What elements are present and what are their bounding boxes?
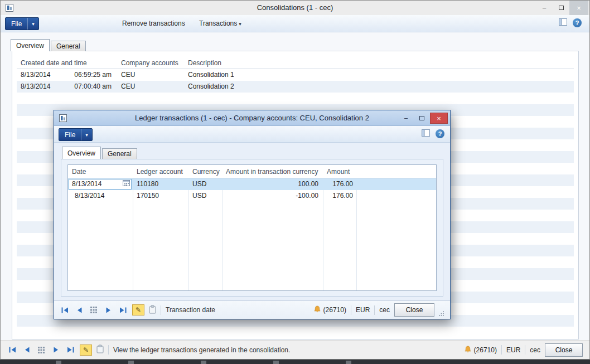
column-header-description[interactable]: Description xyxy=(184,57,320,69)
taskbar-app-icon[interactable] xyxy=(273,361,279,364)
table-row-selected[interactable]: 8/13/2014 110180 USD 100.00 176.00 xyxy=(68,178,436,190)
window-title: Consolidations (1 - cec) xyxy=(1,3,589,12)
close-button[interactable]: Close xyxy=(545,343,583,357)
screen: Consolidations (1 - cec) − × File ▾ Remo… xyxy=(0,0,590,364)
grid-view-icon[interactable] xyxy=(89,305,99,315)
edit-pencil-icon[interactable]: ✎ xyxy=(132,304,144,316)
previous-record-icon[interactable] xyxy=(22,345,32,355)
child-tabstrip: Overview General xyxy=(62,147,138,159)
date-cell[interactable]: 8/13/2014 xyxy=(69,179,132,190)
ledger-transactions-window: Ledger transactions (1 - cec) - Company … xyxy=(54,110,451,319)
file-menu-label: File xyxy=(6,20,27,28)
column-header-amount-tc[interactable]: Amount in transaction currency xyxy=(222,165,323,178)
bell-icon xyxy=(464,346,472,355)
next-record-icon[interactable] xyxy=(103,305,113,315)
taskbar-app-icon[interactable] xyxy=(201,361,206,364)
tab-general[interactable]: General xyxy=(102,148,137,159)
file-menu-button[interactable]: File ▾ xyxy=(5,17,39,30)
tab-general[interactable]: General xyxy=(51,41,86,51)
minimize-icon[interactable]: − xyxy=(536,1,553,15)
clipboard-icon[interactable] xyxy=(149,305,156,316)
status-currency[interactable]: EUR xyxy=(356,306,370,314)
notification-badge[interactable]: (26710) xyxy=(313,305,346,314)
first-record-icon[interactable] xyxy=(60,305,70,315)
column-header-currency[interactable]: Currency xyxy=(188,165,222,178)
main-tabstrip: Overview General xyxy=(11,39,87,51)
child-titlebar[interactable]: Ledger transactions (1 - cec) - Company … xyxy=(54,110,450,126)
status-field-label: Transaction date xyxy=(166,306,215,314)
file-menu-label: File xyxy=(59,131,81,139)
main-titlebar[interactable]: Consolidations (1 - cec) − × xyxy=(1,1,589,15)
taskbar-app-icon[interactable] xyxy=(56,361,61,364)
help-icon[interactable]: ? xyxy=(573,18,582,27)
maximize-icon[interactable] xyxy=(553,1,569,15)
previous-record-icon[interactable] xyxy=(74,305,84,315)
clipboard-icon[interactable] xyxy=(96,344,104,355)
layout-panes-icon[interactable] xyxy=(422,129,430,138)
grid-view-icon[interactable] xyxy=(36,345,46,355)
dropdown-caret-icon: ▾ xyxy=(81,132,92,138)
status-currency[interactable]: EUR xyxy=(506,346,520,354)
menu-item-transactions[interactable]: Transactions▾ xyxy=(195,17,246,30)
main-menubar: File ▾ Remove transactions Transactions▾… xyxy=(1,15,589,32)
grid-rows: 8/13/2014 110180 USD 100.00 176.00 8/13/… xyxy=(68,178,436,290)
status-company[interactable]: cec xyxy=(530,346,540,354)
maximize-icon[interactable] xyxy=(414,113,429,124)
dropdown-caret-icon: ▾ xyxy=(239,21,241,27)
tab-overview[interactable]: Overview xyxy=(62,147,101,159)
window-title: Ledger transactions (1 - cec) - Company … xyxy=(54,114,450,122)
file-menu-button[interactable]: File ▾ xyxy=(59,128,93,141)
last-record-icon[interactable] xyxy=(65,345,75,355)
close-icon[interactable]: × xyxy=(569,1,588,15)
column-header-amount[interactable]: Amount xyxy=(323,165,356,178)
main-statusbar: ✎ View the ledger transactions generated… xyxy=(1,340,589,359)
taskbar-sliver xyxy=(0,360,590,364)
close-button[interactable]: Close xyxy=(394,303,434,317)
bell-icon xyxy=(313,305,321,314)
ledger-grid: Date Ledger account Currency Amount in t… xyxy=(67,164,437,291)
next-record-icon[interactable] xyxy=(51,345,61,355)
status-company[interactable]: cec xyxy=(379,306,390,314)
table-row[interactable]: 8/13/2014 06:59:25 am CEU Consolidation … xyxy=(17,69,574,81)
grid-header-row: Date Ledger account Currency Amount in t… xyxy=(68,165,436,178)
layout-panes-icon[interactable] xyxy=(559,18,567,27)
table-row[interactable]: 8/13/2014 07:00:40 am CEU Consolidation … xyxy=(17,81,574,93)
grid-header-row: Created date and time Company accounts D… xyxy=(17,57,574,69)
table-row[interactable]: 8/13/2014 170150 USD -100.00 176.00 xyxy=(68,190,436,202)
child-content-panel: Date Ledger account Currency Amount in t… xyxy=(61,159,443,297)
menu-item-remove-transactions[interactable]: Remove transactions xyxy=(118,17,190,30)
resize-grip[interactable] xyxy=(439,310,444,318)
column-header-company[interactable]: Company accounts xyxy=(117,57,184,69)
edit-pencil-icon[interactable]: ✎ xyxy=(80,344,92,356)
status-help-text: View the ledger transactions generated i… xyxy=(113,346,290,354)
child-statusbar: ✎ Transaction date (26710) EUR cec Close xyxy=(54,300,450,319)
column-header-date[interactable]: Date xyxy=(68,165,133,178)
help-icon[interactable]: ? xyxy=(436,129,444,138)
notification-badge[interactable]: (26710) xyxy=(464,346,497,355)
column-header-created[interactable]: Created date and time xyxy=(17,57,117,69)
tab-overview[interactable]: Overview xyxy=(11,39,50,51)
column-header-ledger-account[interactable]: Ledger account xyxy=(133,165,188,178)
child-menubar: File ▾ ? xyxy=(54,126,450,143)
last-record-icon[interactable] xyxy=(118,305,128,315)
taskbar-app-icon[interactable] xyxy=(346,361,351,364)
dropdown-caret-icon: ▾ xyxy=(28,21,38,27)
minimize-icon[interactable]: − xyxy=(399,113,413,124)
taskbar-app-icon[interactable] xyxy=(128,361,134,364)
first-record-icon[interactable] xyxy=(7,345,17,355)
close-icon[interactable]: × xyxy=(430,113,448,124)
calendar-icon[interactable] xyxy=(123,179,130,189)
